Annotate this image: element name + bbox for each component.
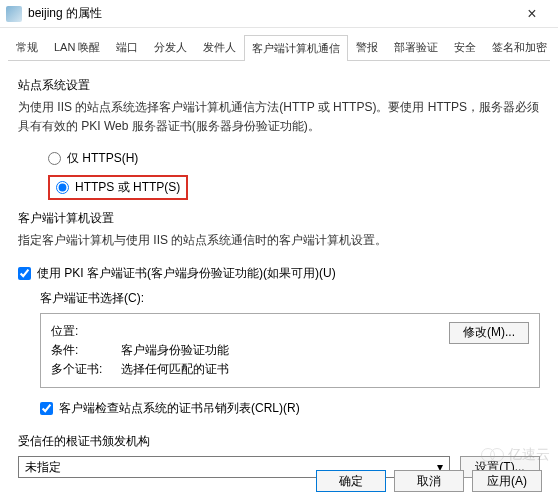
cert-condition-val: 客户端身份验证功能	[121, 341, 229, 360]
tab-general[interactable]: 常规	[8, 34, 46, 60]
protocol-radio-group: 仅 HTTPS(H) HTTPS 或 HTTP(S)	[48, 150, 540, 200]
client-desc: 指定客户端计算机与使用 IIS 的站点系统通信时的客户端计算机设置。	[18, 231, 540, 250]
tab-distributor[interactable]: 分发人	[146, 34, 195, 60]
tab-deploy-verify[interactable]: 部署验证	[386, 34, 446, 60]
tab-sender[interactable]: 发件人	[195, 34, 244, 60]
cancel-button[interactable]: 取消	[394, 470, 464, 492]
tab-sign-encrypt[interactable]: 签名和加密	[484, 34, 555, 60]
tab-security[interactable]: 安全	[446, 34, 484, 60]
crl-checkbox-row[interactable]: 客户端检查站点系统的证书吊销列表(CRL)(R)	[40, 400, 540, 417]
cert-box: 位置: 条件: 客户端身份验证功能 多个证书: 选择任何匹配的证书 修改(M).…	[40, 313, 540, 389]
cert-multi-val: 选择任何匹配的证书	[121, 360, 229, 379]
radio-https-or-http-label: HTTPS 或 HTTP(S)	[75, 179, 180, 196]
tab-client-comm[interactable]: 客户端计算机通信	[244, 35, 348, 61]
radio-https-only-label: 仅 HTTPS(H)	[67, 150, 138, 167]
crl-checkbox-label: 客户端检查站点系统的证书吊销列表(CRL)(R)	[59, 400, 300, 417]
radio-https-or-http[interactable]: HTTPS 或 HTTP(S)	[56, 179, 180, 196]
pki-checkbox[interactable]	[18, 267, 31, 280]
app-icon	[6, 6, 22, 22]
cert-location-key: 位置:	[51, 322, 121, 341]
site-desc: 为使用 IIS 的站点系统选择客户端计算机通信方法(HTTP 或 HTTPS)。…	[18, 98, 540, 136]
tab-bar: 常规 LAN 唤醒 端口 分发人 发件人 客户端计算机通信 警报 部署验证 安全…	[8, 34, 550, 61]
dialog-footer: 确定 取消 应用(A)	[316, 470, 542, 492]
tab-alert[interactable]: 警报	[348, 34, 386, 60]
client-section-title: 客户端计算机设置	[18, 210, 540, 227]
pki-checkbox-label: 使用 PKI 客户端证书(客户端身份验证功能)(如果可用)(U)	[37, 265, 336, 282]
ok-button[interactable]: 确定	[316, 470, 386, 492]
crl-checkbox[interactable]	[40, 402, 53, 415]
cert-select-label: 客户端证书选择(C):	[40, 290, 540, 307]
radio-https-only[interactable]: 仅 HTTPS(H)	[48, 150, 540, 167]
cert-condition-key: 条件:	[51, 341, 121, 360]
tab-lan-wake[interactable]: LAN 唤醒	[46, 34, 108, 60]
site-section-title: 站点系统设置	[18, 77, 540, 94]
content-area: 站点系统设置 为使用 IIS 的站点系统选择客户端计算机通信方法(HTTP 或 …	[0, 61, 558, 494]
radio-highlight-box: HTTPS 或 HTTP(S)	[48, 175, 188, 200]
pki-checkbox-row[interactable]: 使用 PKI 客户端证书(客户端身份验证功能)(如果可用)(U)	[18, 265, 540, 282]
cert-multi-key: 多个证书:	[51, 360, 121, 379]
trusted-dropdown-value: 未指定	[25, 459, 61, 476]
tab-port[interactable]: 端口	[108, 34, 146, 60]
titlebar: beijing 的属性 ×	[0, 0, 558, 28]
modify-button[interactable]: 修改(M)...	[449, 322, 529, 344]
window-title: beijing 的属性	[28, 5, 512, 22]
trusted-section-title: 受信任的根证书颁发机构	[18, 433, 540, 450]
cert-details: 位置: 条件: 客户端身份验证功能 多个证书: 选择任何匹配的证书	[51, 322, 439, 380]
close-icon[interactable]: ×	[512, 0, 552, 27]
radio-https-or-http-input[interactable]	[56, 181, 69, 194]
apply-button[interactable]: 应用(A)	[472, 470, 542, 492]
radio-https-only-input[interactable]	[48, 152, 61, 165]
